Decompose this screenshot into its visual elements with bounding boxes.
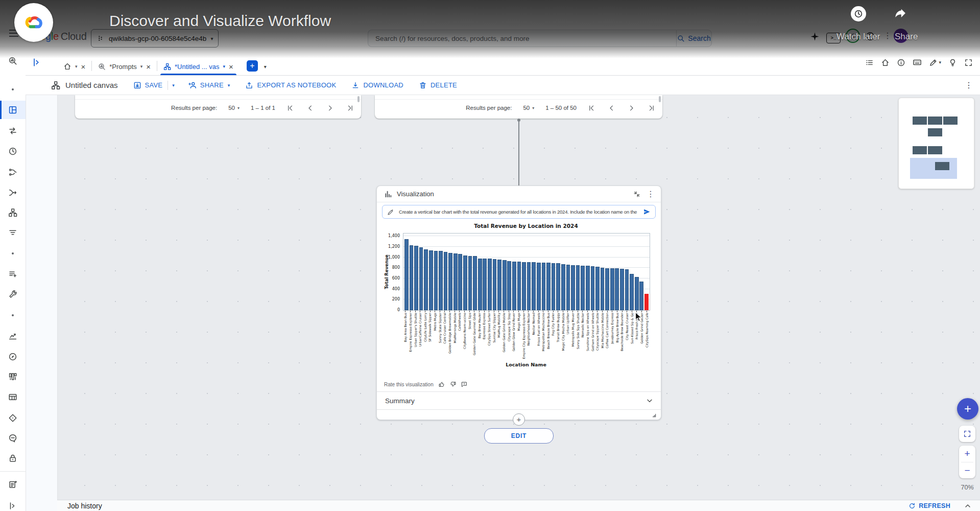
results-per-page-label: Results per page:	[466, 105, 512, 111]
tab-untitled-canvas[interactable]: *Untitled ... vas ▾ ×	[157, 58, 240, 75]
search-input[interactable]: Search (/) for resources, docs, products…	[368, 30, 676, 47]
job-history-label[interactable]: Job history	[67, 502, 102, 510]
toolbar-overflow-icon[interactable]: ⋮	[965, 80, 973, 90]
close-icon[interactable]: ×	[146, 62, 151, 71]
y-tick-label: 1,200	[377, 244, 400, 249]
comment-icon[interactable]	[8, 433, 17, 443]
share-button[interactable]: SHARE	[188, 81, 224, 89]
compass-icon[interactable]	[8, 352, 17, 361]
chevron-down-icon[interactable]: ▾	[223, 64, 226, 69]
diamond-icon[interactable]	[8, 413, 17, 423]
first-page-icon[interactable]	[588, 104, 595, 112]
x-tick-label: Metropolis Mug Mover	[571, 313, 575, 346]
refresh-button[interactable]: REFRESH	[909, 502, 950, 509]
canvas-title-group: Untitled canvas	[51, 81, 118, 90]
collapse-icon[interactable]	[633, 191, 640, 198]
watch-later-label[interactable]: Watch later	[836, 32, 880, 42]
gemini-sparkle-icon[interactable]	[810, 32, 820, 41]
chevron-left-icon[interactable]	[608, 104, 615, 112]
playlist-icon[interactable]	[8, 269, 17, 278]
canvas-title[interactable]: Untitled canvas	[65, 81, 118, 89]
table-cells-icon[interactable]	[8, 392, 17, 402]
last-page-icon[interactable]	[648, 104, 655, 112]
close-icon[interactable]: ×	[229, 62, 233, 71]
overflow-menu-icon[interactable]: ⋮	[883, 31, 892, 40]
thumb-down-icon[interactable]	[450, 381, 456, 387]
tab-prompts[interactable]: *Prompts ▾ ×	[92, 58, 157, 75]
close-icon[interactable]: ×	[81, 62, 86, 71]
insights-search-icon[interactable]	[8, 56, 17, 65]
minimap[interactable]	[898, 98, 974, 189]
project-selector[interactable]: qwiklabs-gcp-00-60584e5c4e4b ▾	[91, 29, 219, 48]
video-share-label[interactable]: Share	[895, 32, 918, 42]
zoom-out-button[interactable]: −	[959, 462, 975, 479]
info-icon[interactable]	[897, 58, 905, 67]
history-clock-icon[interactable]	[8, 147, 17, 156]
chevron-down-icon[interactable]: ▾	[75, 64, 78, 69]
chevron-left-icon[interactable]	[306, 104, 314, 112]
last-page-icon[interactable]	[346, 104, 354, 112]
resize-corner-icon[interactable]	[650, 411, 657, 418]
watch-later-clock-icon[interactable]	[851, 6, 866, 21]
chevron-down-icon[interactable]: ▾	[140, 64, 143, 69]
open-panel-icon[interactable]	[32, 57, 42, 67]
card-overflow-icon[interactable]: ⋮	[647, 189, 655, 199]
fullscreen-icon[interactable]	[964, 58, 973, 67]
summary-expander[interactable]: Summary	[377, 391, 661, 410]
view-list-icon[interactable]	[865, 58, 874, 67]
delete-button[interactable]: DELETE	[419, 81, 457, 89]
zoom-in-button[interactable]: +	[959, 446, 975, 462]
minimap-viewport[interactable]	[910, 158, 957, 179]
share-dropdown-chevron[interactable]: ▾	[228, 83, 230, 88]
bar-slot	[477, 234, 483, 310]
chevron-up-icon[interactable]	[964, 502, 972, 510]
edit-button[interactable]: EDIT	[484, 428, 554, 444]
results-table-card-right[interactable]: Results per page: 50▾ 1 – 50 of 50	[375, 95, 662, 119]
lock-icon[interactable]	[8, 454, 17, 463]
transfer-arrows-icon[interactable]	[8, 126, 17, 135]
feedback-icon[interactable]	[461, 381, 467, 387]
chevron-right-icon[interactable]	[628, 104, 635, 112]
download-button[interactable]: DOWNLOAD	[351, 81, 403, 89]
fit-to-screen-button[interactable]	[959, 426, 975, 442]
merge-arrow-icon[interactable]	[8, 188, 17, 197]
prompt-input[interactable]: Create a vertical bar chart with the tot…	[382, 205, 656, 219]
google-cloud-logo-badge	[14, 3, 53, 42]
send-icon[interactable]	[643, 208, 651, 216]
first-page-icon[interactable]	[286, 104, 294, 112]
lightbulb-icon[interactable]	[948, 58, 957, 67]
video-share-icon[interactable]	[893, 7, 908, 21]
bar-slot	[619, 234, 625, 310]
expand-panel-icon[interactable]	[8, 501, 17, 510]
keyboard-icon[interactable]	[913, 58, 922, 67]
home-icon[interactable]	[881, 58, 890, 67]
add-node-button[interactable]: +	[513, 413, 525, 426]
table-scrollbar[interactable]	[659, 96, 661, 102]
results-table-card-left[interactable]: Results per page: 50▾ 1 – 1 of 1	[75, 95, 361, 119]
sidebar-item-active-tile[interactable]	[0, 101, 26, 119]
thumb-up-icon[interactable]	[439, 381, 445, 387]
align-lines-icon[interactable]	[8, 228, 17, 237]
export-as-notebook-button[interactable]: EXPORT AS NOTEBOOK	[245, 81, 336, 89]
add-item-fab[interactable]: +	[957, 398, 978, 420]
bar-slot	[502, 234, 507, 310]
tab-list-chevron-icon[interactable]: ▾	[264, 64, 267, 69]
split-path-icon[interactable]	[8, 168, 17, 177]
visualization-card[interactable]: Visualization ⋮ Create a vertical bar ch…	[376, 185, 661, 420]
magic-pen-button[interactable]: ▾	[929, 58, 941, 67]
page-size-select[interactable]: 50▾	[523, 105, 534, 111]
save-dropdown-chevron[interactable]: ▾	[172, 83, 175, 88]
search-button[interactable]: Search	[676, 30, 712, 47]
pipeline-blocks-icon[interactable]	[8, 372, 17, 381]
tab-home[interactable]: ▾ ×	[57, 58, 91, 75]
canvas-area[interactable]: Results per page: 50▾ 1 – 1 of 1 Results…	[57, 95, 980, 500]
chevron-right-icon[interactable]	[326, 104, 334, 112]
page-size-select[interactable]: 50▾	[228, 105, 240, 111]
canvas-workflow-icon[interactable]	[8, 208, 17, 217]
new-tab-button[interactable]: +	[247, 60, 258, 72]
job-notes-icon[interactable]	[8, 480, 17, 489]
wrench-icon[interactable]	[8, 290, 17, 299]
save-button[interactable]: SAVE	[133, 81, 163, 89]
chart-growth-icon[interactable]	[8, 331, 17, 340]
table-scrollbar[interactable]	[357, 96, 360, 102]
